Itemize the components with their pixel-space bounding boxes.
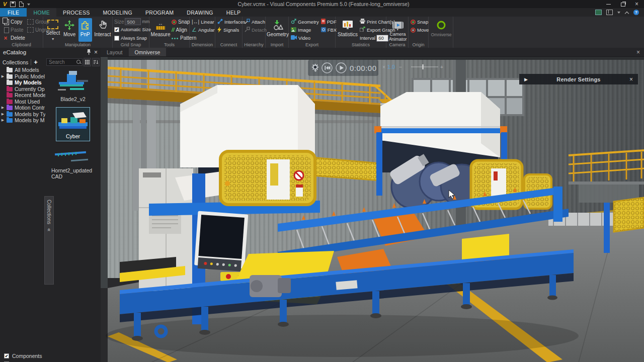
folder-icon <box>7 100 13 104</box>
playback-settings-button[interactable] <box>312 64 318 72</box>
collapse-panel-icon[interactable]: « <box>46 228 52 231</box>
tree-item-public-models[interactable]: ▶Public Model <box>0 73 45 80</box>
angular-button[interactable]: Angular <box>192 26 215 34</box>
export-image-button[interactable]: Image <box>291 26 319 34</box>
interfaces-button[interactable]: Interfaces <box>217 18 246 26</box>
workspace-layout-icon[interactable] <box>606 10 613 15</box>
rewind-button[interactable] <box>321 62 333 73</box>
restore-button[interactable] <box>616 0 630 8</box>
pdf-icon <box>321 19 326 25</box>
viewport-3d-scene[interactable]: 0:00:00 × 1.0 − + ▶ Render Settings × <box>101 57 644 362</box>
interact-hand-icon <box>98 19 107 31</box>
search-icon <box>76 60 80 64</box>
signals-button[interactable]: Signals <box>217 26 246 34</box>
camera-animator-button[interactable]: Camera Animator <box>388 18 407 42</box>
pin-icon[interactable] <box>87 49 91 56</box>
help-icon[interactable]: ? <box>633 10 639 15</box>
tab-drawing[interactable]: DRAWING <box>180 8 219 17</box>
tree-item-recent-models[interactable]: Recent Mode <box>0 92 45 99</box>
render-settings-expand-icon[interactable]: ▶ <box>519 77 533 82</box>
collections-side-tab[interactable]: Collections « <box>44 196 54 285</box>
grid-view-button[interactable] <box>84 58 91 66</box>
speed-slider[interactable] <box>411 66 438 67</box>
select-dropdown-icon[interactable]: ▼ <box>51 37 55 42</box>
tree-item-currently-open[interactable]: Currently Op <box>0 86 45 93</box>
speed-plus-icon[interactable]: + <box>440 64 443 70</box>
linear-button[interactable]: Linear <box>192 18 215 26</box>
window-theme-icon[interactable] <box>595 10 602 15</box>
export-video-button[interactable]: Video <box>291 34 319 42</box>
tab-home[interactable]: HOME <box>27 8 56 17</box>
snap-icon <box>172 20 177 25</box>
speed-minus-icon[interactable]: − <box>399 64 402 70</box>
tree-item-models-by-manufacturer[interactable]: ▶Models by M <box>0 117 45 124</box>
window-controls <box>584 0 644 8</box>
detach-button[interactable]: Detach <box>245 26 267 34</box>
tree-item-my-models[interactable]: My Models <box>0 79 45 86</box>
folder-icon <box>7 118 13 123</box>
render-settings-close-icon[interactable]: × <box>624 76 638 83</box>
ribbon: Copy Paste Delete Group Ungroup Clipboar… <box>0 17 644 48</box>
export-pdf-button[interactable]: PDF <box>321 18 337 26</box>
viewport-tab-omniverse[interactable]: Omniverse <box>129 48 167 56</box>
minimize-button[interactable] <box>602 0 616 8</box>
origin-snap-button[interactable]: Snap <box>411 18 429 26</box>
new-file-icon[interactable] <box>19 2 24 7</box>
always-snap-checkbox[interactable]: Always Snap <box>114 35 151 42</box>
list-item-cyber-selected[interactable]: Cyber <box>56 107 90 141</box>
import-geometry-button[interactable]: Geometry <box>268 18 288 42</box>
tree-item-all-models[interactable]: All Models <box>0 67 45 73</box>
attach-button[interactable]: Attach <box>245 18 267 26</box>
add-collection-button[interactable]: + <box>34 59 38 65</box>
playback-speed-control[interactable]: × 1.0 − + <box>382 64 443 70</box>
app-logo-icon[interactable]: V <box>3 2 7 7</box>
ecatalog-close-icon[interactable]: × <box>94 49 98 56</box>
tab-file[interactable]: FILE <box>0 8 27 17</box>
components-checkbox[interactable]: ✔ Components <box>4 353 42 359</box>
interact-button[interactable]: Interact <box>94 18 111 42</box>
play-button[interactable] <box>336 62 347 73</box>
group-import: Geometry Import <box>266 17 289 48</box>
automatic-size-checkbox[interactable]: ✔ Automatic Size <box>114 26 151 33</box>
move-button[interactable]: Move <box>63 18 76 42</box>
group-camera: Camera Animator Camera <box>386 17 409 48</box>
layout-dropdown-icon[interactable] <box>617 12 620 14</box>
origin-move-button[interactable]: Move <box>411 26 429 34</box>
pnp-button[interactable]: PnP <box>78 18 92 42</box>
export-fbx-button[interactable]: FBX <box>321 26 337 34</box>
pnp-icon <box>80 19 90 31</box>
delete-button[interactable]: Delete <box>2 34 25 42</box>
sort-button[interactable] <box>92 58 100 66</box>
gear-icon <box>312 64 318 70</box>
detach-icon <box>245 27 250 33</box>
paste-button[interactable]: Paste <box>2 26 25 34</box>
quick-access-dropdown-icon[interactable] <box>27 4 30 6</box>
tab-process[interactable]: PROCESS <box>56 8 96 17</box>
group-icon <box>27 19 34 25</box>
list-item-hornet2[interactable]: Hornet2_updated CAD <box>51 146 95 179</box>
export-geometry-button[interactable]: Geometry <box>291 18 319 26</box>
copy-button[interactable]: Copy <box>2 18 25 26</box>
group-export: Geometry Image Video PDF FBX Export <box>289 17 336 48</box>
tree-item-most-used[interactable]: Most Used <box>0 99 45 105</box>
origin-move-icon <box>411 28 416 33</box>
omniverse-button[interactable]: Omniverse <box>431 18 452 42</box>
viewport-tab-layout[interactable]: Layout <box>101 48 129 56</box>
viewport-tab-close-icon[interactable]: × <box>632 48 644 56</box>
ecatalog-panel: eCatalog × Collections + All Models ▶Pub… <box>0 48 101 362</box>
attach-icon <box>245 19 250 25</box>
collapse-ribbon-icon[interactable] <box>625 11 629 15</box>
measure-button[interactable]: ↔ Measure <box>151 18 170 42</box>
list-item-blade2[interactable]: Blade2_v2 <box>55 69 91 102</box>
tab-modeling[interactable]: MODELING <box>97 8 139 17</box>
close-button[interactable] <box>630 0 644 8</box>
tree-item-motion-control[interactable]: ▶Motion Contr <box>0 105 45 111</box>
select-button[interactable]: Select▼ <box>45 18 61 42</box>
group-clipboard: Copy Paste Delete Group Ungroup Clipboar… <box>0 17 43 48</box>
tab-help[interactable]: HELP <box>220 8 248 17</box>
tab-program[interactable]: PROGRAM <box>139 8 180 17</box>
grid-size-input[interactable] <box>125 18 141 25</box>
save-icon[interactable] <box>10 2 16 7</box>
tree-item-models-by-type[interactable]: ▶Models by Ty <box>0 111 45 118</box>
statistics-button[interactable]: Statistics <box>338 18 358 42</box>
